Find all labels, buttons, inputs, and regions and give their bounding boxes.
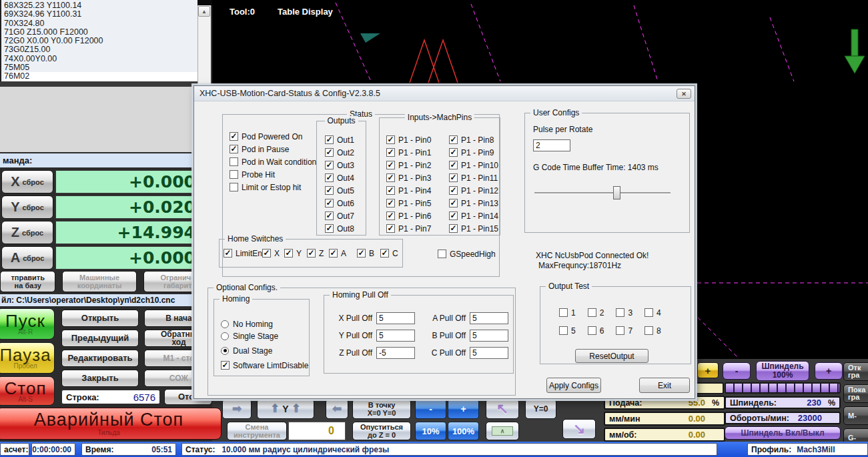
- jog-step-plus-button[interactable]: +: [448, 399, 479, 419]
- pulse-per-rotate-input[interactable]: [533, 139, 570, 151]
- spindle-plus-button[interactable]: +: [815, 362, 843, 380]
- file-button[interactable]: Редактировать: [61, 350, 139, 367]
- output-test-checkbox-row[interactable]: 8: [644, 326, 661, 335]
- input-checkbox-row[interactable]: P1 - Pin4: [386, 186, 431, 195]
- y-zero-button[interactable]: Y=0: [525, 399, 556, 419]
- input-checkbox-row[interactable]: P1 - Pin6: [386, 211, 431, 220]
- axis-reset-button[interactable]: A сброс: [1, 246, 53, 270]
- input-checkbox-row[interactable]: P1 - Pin0: [386, 135, 431, 144]
- input-checkbox-row[interactable]: P1 - Pin11: [449, 173, 498, 182]
- gspeedhigh-checkbox-row[interactable]: GSpeedHigh: [438, 250, 496, 258]
- jog-right-button[interactable]: ➡: [222, 399, 252, 419]
- axis-dro-value[interactable]: +0.000: [55, 246, 212, 270]
- output-test-checkbox-row[interactable]: 2: [588, 308, 604, 317]
- output-test-checkbox-row[interactable]: 5: [559, 326, 576, 335]
- status-checkbox-row[interactable]: Pod in Pause: [230, 145, 316, 153]
- emergency-stop-button[interactable]: Аварийный Стоп Тильда: [0, 408, 222, 440]
- ref-diag-button[interactable]: ↘: [562, 419, 596, 439]
- input-checkbox-row[interactable]: P1 - Pin9: [449, 148, 498, 157]
- home-checkbox-row[interactable]: LimitEn: [224, 249, 262, 258]
- output-checkbox-row[interactable]: Out3: [325, 161, 354, 169]
- input-checkbox-row[interactable]: P1 - Pin12: [449, 186, 498, 195]
- jog-y-plus-button[interactable]: ⬆ Y ⬆: [257, 399, 314, 419]
- ref-x-button[interactable]: ↖: [486, 399, 519, 419]
- run-button[interactable]: Пауза Пробел: [0, 342, 55, 374]
- machine-button[interactable]: тправить на базу: [0, 271, 55, 292]
- home-checkbox-row[interactable]: A: [329, 249, 346, 258]
- axis-reset-button[interactable]: Z сброс: [1, 221, 53, 244]
- buffer-time-slider[interactable]: [534, 192, 671, 194]
- output-checkbox-row[interactable]: Out8: [325, 224, 354, 233]
- axis-dro-value[interactable]: +0.020: [55, 195, 212, 219]
- output-checkbox-row[interactable]: Out7: [325, 211, 354, 220]
- slider-thumb[interactable]: [613, 186, 620, 199]
- input-checkbox-row[interactable]: P1 - Pin7: [386, 224, 431, 233]
- goto-xy-zero-button[interactable]: В точку X=0 Y=0: [352, 399, 411, 419]
- apply-configs-button[interactable]: Apply Configs: [546, 378, 601, 393]
- input-checkbox-row[interactable]: P1 - Pin5: [386, 199, 431, 207]
- output-checkbox-row[interactable]: Out2: [325, 148, 354, 157]
- edge-button[interactable]: Отк гра: [843, 362, 868, 381]
- pull-off-input[interactable]: [376, 347, 415, 359]
- software-limit-checkbox-row[interactable]: Software LimtDisable: [221, 361, 308, 370]
- axis-reset-button[interactable]: X сброс: [1, 170, 53, 193]
- output-test-checkbox-row[interactable]: 4: [644, 308, 661, 317]
- edge-button[interactable]: Пока гра: [843, 384, 868, 403]
- file-button[interactable]: Открыть: [61, 310, 139, 327]
- input-checkbox-row[interactable]: P1 - Pin8: [449, 135, 498, 144]
- axis-dro-value[interactable]: +14.994: [55, 221, 212, 244]
- status-checkbox-row[interactable]: Probe Hit: [230, 170, 316, 179]
- jog-step-minus-button[interactable]: -: [415, 399, 446, 419]
- output-checkbox-row[interactable]: Out5: [325, 186, 354, 195]
- status-checkbox-row[interactable]: Pod Powered On: [230, 132, 316, 141]
- output-checkbox-row[interactable]: Out6: [325, 199, 354, 207]
- input-checkbox-row[interactable]: P1 - Pin14: [449, 211, 498, 220]
- status-checkbox-row[interactable]: Pod in Wait condition: [230, 157, 316, 166]
- dual-stage-radio-row[interactable]: Dual Stage: [221, 346, 272, 355]
- status-checkbox-row[interactable]: Limit or Estop hit: [230, 183, 316, 191]
- output-test-checkbox-row[interactable]: 1: [559, 308, 576, 317]
- single-stage-radio-row[interactable]: Single Stage: [221, 332, 278, 340]
- jog-10pct-button[interactable]: 10%: [415, 422, 446, 440]
- run-button[interactable]: Стоп Alt-S: [0, 376, 55, 406]
- pull-off-input[interactable]: [376, 330, 415, 342]
- home-checkbox-row[interactable]: B: [357, 249, 374, 258]
- axis-dro-value[interactable]: +0.000: [55, 170, 212, 193]
- input-checkbox-row[interactable]: P1 - Pin10: [449, 161, 498, 169]
- axis-reset-button[interactable]: Y сброс: [1, 195, 53, 219]
- input-checkbox-row[interactable]: P1 - Pin2: [386, 161, 431, 169]
- run-button[interactable]: Пуск Alt-R: [0, 308, 55, 340]
- pull-off-input[interactable]: [470, 312, 508, 324]
- output-checkbox-row[interactable]: Out4: [325, 173, 354, 182]
- tool-change-button[interactable]: Смена инструмента: [227, 422, 287, 440]
- input-checkbox-row[interactable]: P1 - Pin3: [386, 173, 431, 182]
- edge-button[interactable]: М-: [843, 406, 868, 425]
- output-test-checkbox-row[interactable]: 7: [616, 326, 632, 335]
- output-checkbox-row[interactable]: Out1: [325, 135, 354, 144]
- home-checkbox-row[interactable]: X: [262, 249, 280, 258]
- input-checkbox-row[interactable]: P1 - Pin15: [449, 224, 498, 233]
- goto-z-zero-button[interactable]: Опуститься до Z = 0: [352, 422, 411, 440]
- file-button[interactable]: Предыдущий: [61, 330, 139, 347]
- no-homing-radio-row[interactable]: No Homing: [221, 320, 273, 328]
- dialog-title[interactable]: XHC-USB-Motion-Card-Status & Config-V2.3…: [194, 86, 695, 101]
- spindle-minus-button[interactable]: -: [723, 362, 751, 380]
- reset-output-button[interactable]: ResetOutput: [575, 349, 648, 363]
- feed-plus-button[interactable]: +: [697, 362, 719, 378]
- exit-button[interactable]: Exit: [639, 378, 690, 393]
- pull-off-input[interactable]: [470, 347, 508, 359]
- pull-off-input[interactable]: [376, 312, 415, 324]
- home-checkbox-row[interactable]: Y: [284, 249, 302, 258]
- scroll-up-icon[interactable]: ▲: [198, 6, 210, 17]
- jog-100pct-button[interactable]: 100%: [448, 422, 479, 440]
- jog-left-button[interactable]: ⬅: [326, 399, 348, 419]
- machine-button[interactable]: Машинные координаты: [62, 271, 136, 292]
- close-icon[interactable]: ✕: [677, 89, 691, 99]
- a-axis-indicator-button[interactable]: ∧: [486, 422, 519, 440]
- gcode-listing[interactable]: 68X325.23 Y1100.1469X324.96 Y1100.3170X3…: [0, 0, 197, 81]
- gcode-scrollbar[interactable]: [197, 5, 211, 87]
- home-checkbox-row[interactable]: Z: [307, 249, 324, 258]
- spindle-100pct-button[interactable]: Шпиндель 100%: [756, 361, 809, 381]
- input-checkbox-row[interactable]: P1 - Pin13: [449, 199, 498, 207]
- home-checkbox-row[interactable]: C: [380, 249, 398, 258]
